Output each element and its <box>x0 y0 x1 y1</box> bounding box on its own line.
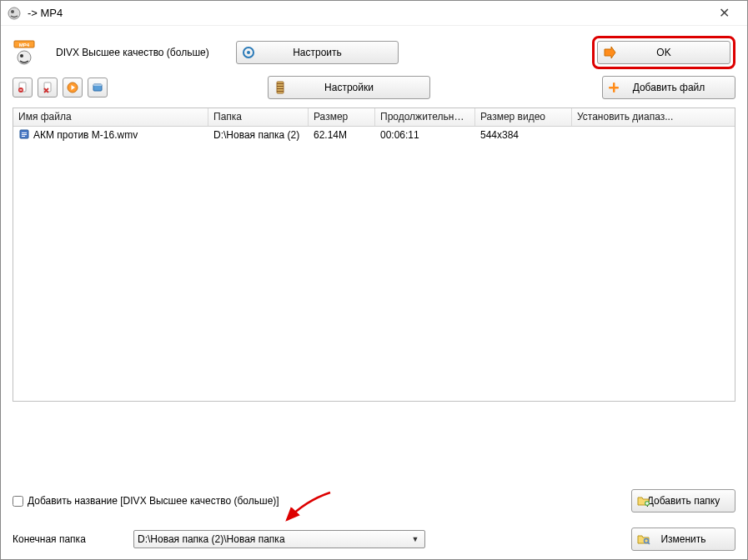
change-icon <box>637 533 650 545</box>
svg-rect-16 <box>277 83 284 84</box>
configure-label: Настроить <box>293 47 342 58</box>
add-title-label: Добавить название [DIVX Высшее качество … <box>28 495 279 507</box>
change-label: Изменить <box>660 533 705 545</box>
add-folder-icon <box>637 495 650 507</box>
top-row: MP4 DIVX Высшее качество (больше) Настро… <box>13 36 735 69</box>
add-folder-label: Добавить папку <box>647 495 720 507</box>
settings-button[interactable]: Настройки <box>268 76 430 99</box>
change-button[interactable]: Изменить <box>631 528 735 551</box>
table-body: АКМ против М-16.wmv D:\Новая папка (2) 6… <box>13 127 735 143</box>
ok-highlight: OK <box>592 36 735 69</box>
svg-rect-17 <box>277 86 284 87</box>
remove-button[interactable] <box>13 78 33 98</box>
svg-rect-28 <box>645 502 649 503</box>
col-folder[interactable]: Папка <box>208 108 309 126</box>
play-button[interactable] <box>63 78 83 98</box>
ok-label: OK <box>656 47 670 58</box>
clear-icon <box>42 82 53 93</box>
close-button[interactable]: ✕ <box>707 2 740 25</box>
file-table: Имя файла Папка Размер Продолжительность… <box>13 108 735 402</box>
configure-icon <box>242 46 255 59</box>
svg-rect-14 <box>93 84 102 86</box>
add-file-icon <box>608 82 620 93</box>
svg-point-1 <box>11 10 14 13</box>
file-type-icon <box>18 128 30 142</box>
cell-video-size: 544x384 <box>475 128 572 142</box>
add-folder-button[interactable]: Добавить папку <box>631 489 735 512</box>
cell-folder: D:\Новая папка (2) <box>208 128 309 142</box>
ok-icon <box>603 46 616 59</box>
ok-button[interactable]: OK <box>597 41 730 64</box>
add-title-checkbox[interactable] <box>13 496 23 507</box>
app-icon <box>8 7 21 20</box>
cell-range <box>572 133 735 137</box>
add-file-button[interactable]: Добавить файл <box>602 76 735 99</box>
toolbar-row: Настройки Добавить файл <box>13 76 735 99</box>
settings-label: Настройки <box>324 82 374 93</box>
cell-size: 62.14M <box>309 128 375 142</box>
bottom-panel: Добавить название [DIVX Высшее качество … <box>13 489 735 551</box>
svg-line-30 <box>648 542 650 544</box>
svg-rect-23 <box>22 132 27 133</box>
titlebar: -> MP4 ✕ <box>1 1 747 26</box>
configure-button[interactable]: Настроить <box>236 41 399 64</box>
svg-rect-19 <box>277 91 284 92</box>
dest-path: D:\Новая папка (2)\Новая папка <box>138 533 409 545</box>
col-duration[interactable]: Продолжительность <box>375 108 475 126</box>
svg-rect-21 <box>609 87 619 89</box>
info-icon <box>92 82 103 93</box>
cell-name: АКМ против М-16.wmv <box>33 129 138 141</box>
info-button[interactable] <box>88 78 108 98</box>
svg-point-7 <box>247 51 250 54</box>
col-video-size[interactable]: Размер видео <box>475 108 572 126</box>
table-row[interactable]: АКМ против М-16.wmv D:\Новая папка (2) 6… <box>13 127 735 143</box>
add-title-row: Добавить название [DIVX Высшее качество … <box>13 489 735 512</box>
svg-rect-10 <box>20 89 23 90</box>
svg-rect-25 <box>22 136 25 137</box>
svg-point-5 <box>20 54 23 58</box>
chevron-down-icon: ▼ <box>409 535 421 543</box>
svg-text:MP4: MP4 <box>19 42 30 48</box>
clear-button[interactable] <box>38 78 58 98</box>
col-range[interactable]: Установить диапаз... <box>572 108 735 126</box>
svg-rect-18 <box>277 88 284 89</box>
play-icon <box>67 82 78 93</box>
add-title-checkbox-wrap[interactable]: Добавить название [DIVX Высшее качество … <box>13 495 279 507</box>
window-title: -> MP4 <box>28 7 707 19</box>
add-file-label: Добавить файл <box>633 82 705 93</box>
quality-label: DIVX Высшее качество (больше) <box>53 47 228 58</box>
remove-icon <box>17 82 28 93</box>
table-header: Имя файла Папка Размер Продолжительность… <box>13 108 735 127</box>
dest-combo[interactable]: D:\Новая папка (2)\Новая папка ▼ <box>133 530 425 548</box>
profile-icon: MP4 <box>13 39 36 66</box>
content-area: MP4 DIVX Высшее качество (больше) Настро… <box>1 26 747 408</box>
svg-rect-24 <box>22 134 27 135</box>
dest-row: Конечная папка D:\Новая папка (2)\Новая … <box>13 528 735 551</box>
col-size[interactable]: Размер <box>309 108 375 126</box>
window: -> MP4 ✕ MP4 DIVX Высшее качество (больш… <box>0 0 748 560</box>
col-name[interactable]: Имя файла <box>13 108 208 126</box>
dest-label: Конечная папка <box>13 533 133 545</box>
settings-icon <box>274 81 287 94</box>
cell-duration: 00:06:11 <box>375 128 475 142</box>
